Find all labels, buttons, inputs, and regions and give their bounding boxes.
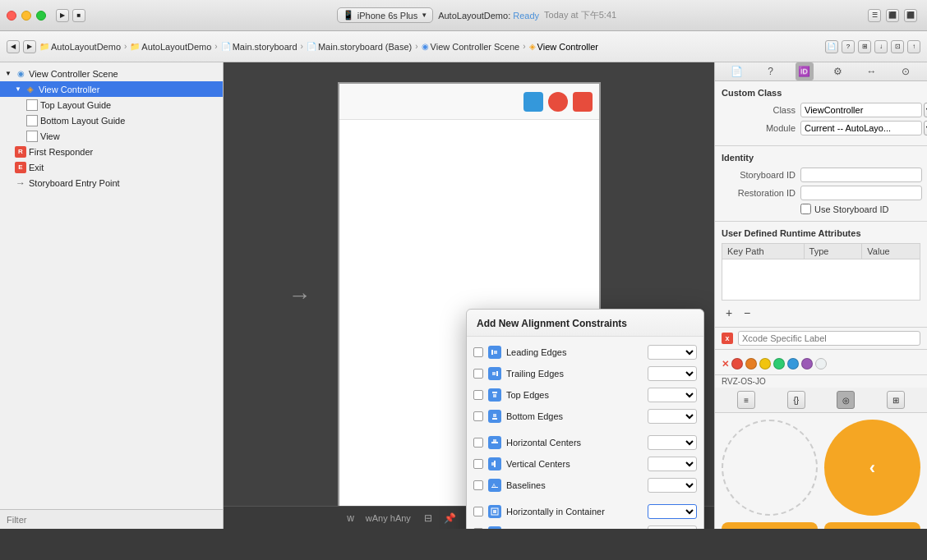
hcontainer-icon — [488, 505, 501, 518]
breadcrumb-item-3[interactable]: 📄 Main.storyboard — [221, 42, 297, 52]
inspector-icon-braces[interactable]: {} — [787, 391, 805, 409]
inspector-icon-list[interactable]: ≡ — [737, 391, 755, 409]
share-button[interactable]: ↑ — [907, 40, 920, 53]
leading-edges-checkbox[interactable] — [473, 347, 483, 357]
tab-identity[interactable]: 🆔 — [796, 62, 814, 80]
top-edges-checkbox[interactable] — [473, 390, 483, 400]
color-yellow[interactable] — [759, 358, 771, 370]
run-button[interactable]: ▶ — [56, 9, 69, 22]
scene-tree-icon: ◉ — [15, 68, 26, 80]
breadcrumb-item-1[interactable]: 📁 AutoLayoutDemo — [39, 42, 121, 52]
leading-edges-select[interactable] — [648, 345, 697, 360]
tab-file[interactable]: 📄 — [728, 62, 746, 80]
tree-item-vc[interactable]: ▼ ◈ View Controller — [0, 81, 223, 97]
add-attr-button[interactable]: + — [722, 305, 736, 320]
trailing-edges-select[interactable] — [648, 366, 697, 381]
build-time: Today at 下午5:41 — [544, 9, 616, 21]
canvas: → Add New Alignment Constraints — [224, 62, 714, 529]
vc-disclosure[interactable]: ▼ — [13, 85, 23, 94]
class-input[interactable] — [800, 103, 922, 117]
help-button[interactable]: ? — [842, 40, 855, 53]
inspector-toggle[interactable]: ⬛ — [904, 9, 917, 22]
color-orange[interactable] — [745, 358, 757, 370]
xcode-label-row: x — [715, 328, 927, 350]
baselines-select[interactable] — [648, 478, 697, 493]
col-key-path: Key Path — [722, 244, 805, 259]
tree-item-exit[interactable]: E Exit — [0, 159, 223, 175]
breadcrumb-item-6[interactable]: ◈ View Controller — [529, 42, 598, 52]
hcontainer-select[interactable] — [648, 504, 697, 519]
module-input[interactable] — [800, 121, 922, 135]
minimize-button[interactable] — [21, 11, 31, 21]
bottom-edges-select[interactable] — [648, 409, 697, 424]
tab-quickhelp[interactable]: ? — [762, 62, 780, 80]
icon-cell-back[interactable]: ‹ — [824, 420, 920, 516]
tree-item-top-guide[interactable]: Top Layout Guide — [0, 97, 223, 112]
tree-item-scene[interactable]: ▼ ◉ View Controller Scene — [0, 66, 223, 81]
vc-label: View Controller — [39, 85, 99, 94]
tab-attributes[interactable]: ⚙ — [829, 62, 847, 80]
color-blue[interactable] — [787, 358, 799, 370]
vcenter-select[interactable] — [648, 457, 697, 471]
vcontainer-checkbox[interactable] — [473, 528, 483, 529]
fullscreen-button[interactable] — [36, 11, 46, 21]
hcontainer-checkbox[interactable] — [473, 507, 483, 516]
back-button[interactable]: ◀ — [7, 40, 20, 53]
vcenter-checkbox[interactable] — [473, 459, 483, 469]
breadcrumb-item-2[interactable]: 📁 AutoLayoutDemo — [130, 42, 211, 52]
download-button[interactable]: ↓ — [874, 40, 888, 53]
module-dropdown-button[interactable]: ▼ — [924, 121, 927, 135]
trailing-edges-checkbox[interactable] — [473, 369, 483, 379]
top-edges-select[interactable] — [648, 388, 697, 402]
tree-item-view[interactable]: View — [0, 128, 223, 144]
entry-icon: → — [15, 177, 26, 189]
icon-cell-grid[interactable]: ⊞ — [722, 522, 818, 529]
add-file-button[interactable]: 📄 — [825, 40, 838, 53]
xcode-label-input[interactable] — [738, 331, 920, 346]
inspector-icon-circle[interactable]: ◎ — [837, 391, 855, 409]
embed-button[interactable]: ⊡ — [891, 40, 904, 53]
scheme-selector[interactable]: 📱 iPhone 6s Plus ▼ — [337, 7, 433, 23]
view-label: View — [40, 131, 60, 141]
exit-icon: E — [15, 162, 26, 173]
use-storyboard-checkbox[interactable] — [800, 204, 811, 214]
stop-button[interactable]: ■ — [72, 9, 85, 22]
class-dropdown-button[interactable]: ▼ — [924, 103, 927, 117]
hcenter-checkbox[interactable] — [473, 438, 483, 448]
remove-attr-button[interactable]: − — [740, 305, 754, 320]
tab-size[interactable]: ↔ — [863, 62, 881, 80]
storyboard-id-input[interactable] — [800, 168, 922, 182]
color-white[interactable] — [815, 358, 827, 370]
restoration-id-input[interactable] — [800, 186, 922, 200]
baselines-checkbox[interactable] — [473, 480, 483, 490]
popup-body: Leading Edges Trailing Edges — [467, 337, 703, 529]
breadcrumb-item-5[interactable]: ◉ View Controller Scene — [422, 42, 520, 52]
color-purple[interactable] — [801, 358, 813, 370]
folder-icon-2: 📁 — [130, 42, 140, 51]
breadcrumb-item-4[interactable]: 📄 Main.storyboard (Base) — [307, 42, 412, 52]
icon-cell-dashed-circle[interactable] — [722, 420, 818, 516]
forward-button[interactable]: ▶ — [23, 40, 36, 53]
custom-class-section: Custom Class Class ▼ Module ▼ — [715, 81, 927, 146]
tree-item-entry[interactable]: → Storyboard Entry Point — [0, 175, 223, 190]
navigator-toggle[interactable]: ☰ — [868, 9, 881, 22]
library-button[interactable]: ⊞ — [858, 40, 871, 53]
tree-item-responder[interactable]: R First Responder — [0, 144, 223, 159]
hcenter-select[interactable] — [648, 435, 697, 450]
close-button[interactable] — [7, 11, 16, 21]
debug-toggle[interactable]: ⬛ — [886, 9, 899, 22]
color-palette-row: ✕ — [715, 350, 927, 375]
vcenter-label: Vertical Centers — [506, 459, 643, 469]
svg-text:A: A — [492, 483, 496, 488]
tree-item-bottom-guide[interactable]: Bottom Layout Guide — [0, 112, 223, 128]
color-red[interactable] — [731, 358, 743, 370]
inspector-icon-grid[interactable]: ⊞ — [887, 391, 905, 409]
tab-connections[interactable]: ⊙ — [897, 62, 915, 80]
filter-input[interactable] — [7, 515, 216, 525]
icon-cell-expand[interactable]: ⊡ — [824, 522, 920, 529]
titlebar-right: ☰ ⬛ ⬛ — [868, 9, 917, 22]
color-green[interactable] — [773, 358, 785, 370]
scene-disclosure[interactable]: ▼ — [3, 69, 13, 79]
bottom-edges-checkbox[interactable] — [473, 411, 483, 421]
vcontainer-select[interactable] — [648, 526, 697, 529]
